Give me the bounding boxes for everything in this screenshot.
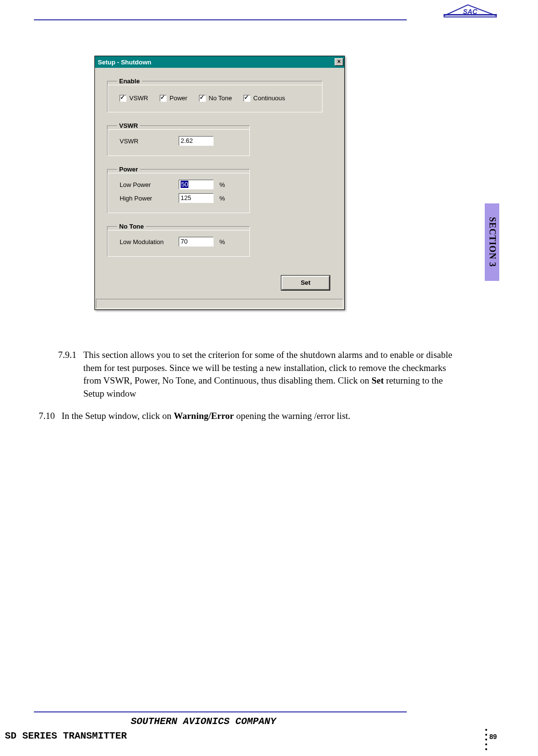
vswr-input[interactable]: 2.62 — [179, 136, 214, 146]
setup-shutdown-dialog: Setup - Shutdown × Enable VSWR Power No … — [94, 56, 345, 310]
titlebar[interactable]: Setup - Shutdown × — [95, 56, 344, 68]
header-rule — [34, 19, 407, 20]
dialog-title: Setup - Shutdown — [98, 59, 151, 66]
section-tab: SECTION 3 — [485, 203, 499, 281]
checkbox-label: No Tone — [209, 94, 232, 102]
enable-group: Enable VSWR Power No Tone Continuous — [107, 77, 323, 112]
sac-logo: SAC — [441, 2, 499, 19]
low-power-input[interactable]: 50 — [179, 180, 214, 189]
checkbox-continuous[interactable]: Continuous — [244, 94, 285, 102]
svg-rect-1 — [444, 16, 497, 17]
enable-legend: Enable — [117, 77, 142, 85]
checkmark-icon — [244, 95, 250, 102]
low-modulation-input[interactable]: 70 — [179, 237, 214, 247]
status-bar — [96, 299, 343, 309]
footer-product: SD SERIES TRANSMITTER — [5, 730, 127, 741]
notone-group: No Tone Low Modulation 70 % — [107, 223, 250, 257]
footer-dots-icon — [485, 729, 487, 750]
para-content: This section allows you to set the crite… — [83, 349, 460, 400]
svg-text:SAC: SAC — [463, 8, 477, 15]
checkbox-notone[interactable]: No Tone — [199, 94, 232, 102]
set-button[interactable]: Set — [281, 276, 330, 290]
dialog-client: Enable VSWR Power No Tone Continuous — [95, 68, 344, 309]
body-text: 7.9.1 This section allows you to set the… — [39, 349, 460, 423]
checkbox-label: Continuous — [253, 94, 285, 102]
checkbox-label: Power — [169, 94, 187, 102]
vswr-legend: VSWR — [117, 122, 140, 129]
checkmark-icon — [160, 95, 167, 102]
vswr-group: VSWR VSWR 2.62 — [107, 122, 250, 156]
percent-unit: % — [219, 238, 225, 246]
power-group: Power Low Power 50 % High Power 125 % — [107, 166, 250, 213]
high-power-label: High Power — [120, 195, 173, 202]
low-power-label: Low Power — [120, 181, 173, 188]
paragraph-7-9-1: 7.9.1 This section allows you to set the… — [58, 349, 460, 400]
checkbox-vswr[interactable]: VSWR — [120, 94, 148, 102]
close-icon[interactable]: × — [335, 58, 343, 66]
footer-rule — [34, 711, 407, 712]
para-number: 7.10 — [39, 410, 55, 423]
percent-unit: % — [219, 195, 225, 202]
page-number: 89 — [489, 733, 497, 741]
vswr-label: VSWR — [120, 138, 173, 145]
paragraph-7-10: 7.10 In the Setup window, click on Warni… — [39, 410, 460, 423]
percent-unit: % — [219, 181, 225, 188]
checkmark-icon — [120, 95, 126, 102]
checkbox-power[interactable]: Power — [160, 94, 187, 102]
para-number: 7.9.1 — [58, 349, 77, 400]
power-legend: Power — [117, 166, 140, 173]
para-content: In the Setup window, click on Warning/Er… — [61, 410, 350, 423]
footer-company: SOUTHERN AVIONICS COMPANY — [0, 716, 407, 727]
notone-legend: No Tone — [117, 223, 146, 230]
high-power-input[interactable]: 125 — [179, 193, 214, 203]
low-modulation-label: Low Modulation — [120, 238, 173, 246]
checkbox-label: VSWR — [129, 94, 148, 102]
checkmark-icon — [199, 95, 206, 102]
